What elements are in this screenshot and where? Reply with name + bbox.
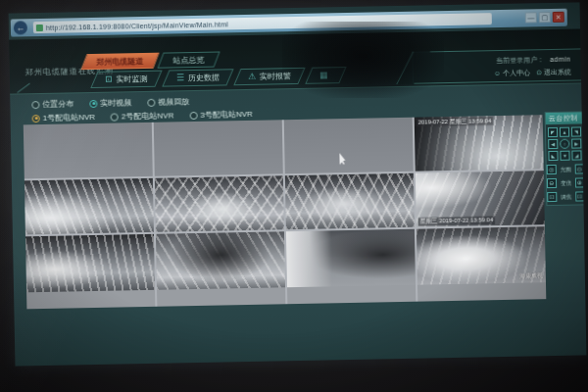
camera-osd-timestamp: 星期三 2019-07-22 13:59:04 bbox=[418, 217, 495, 226]
camera-cell-3-2[interactable] bbox=[156, 231, 285, 307]
radio-live-video[interactable]: 实时视频 bbox=[89, 97, 131, 109]
radio-icon-selected bbox=[32, 115, 40, 122]
iris-label: 光圈 bbox=[560, 166, 571, 173]
camera-cell-1-3[interactable] bbox=[284, 118, 414, 174]
letterbox-filler bbox=[287, 285, 416, 305]
camera-cell-3-4[interactable]: 海康威视 bbox=[416, 226, 546, 302]
camera-feed bbox=[156, 231, 285, 290]
menu-row: ⊡ 实时监测 ☰ 历史数据 ⚠ 实时报警 bbox=[94, 67, 342, 88]
user-panel: 当前登录用户： admin ☺ 个人中心 ⊙ 退出系统 bbox=[412, 48, 581, 83]
menu-item-realtime-alarm[interactable]: ⚠ 实时报警 bbox=[233, 68, 305, 85]
iris-minus-button[interactable]: ◎ bbox=[547, 165, 557, 174]
camera-feed bbox=[285, 173, 415, 230]
camera-cell-2-1[interactable] bbox=[24, 178, 154, 235]
user-panel-slant bbox=[396, 51, 430, 84]
logout-link[interactable]: ⊙ 退出系统 bbox=[536, 67, 571, 77]
focus-plus-button[interactable]: ⊡ bbox=[575, 191, 585, 201]
menu-item-devices[interactable]: ▦ bbox=[305, 67, 346, 84]
camera-cell-2-4[interactable]: 星期三 2019-07-22 13:59:04 bbox=[416, 171, 545, 227]
radio-nvr-2[interactable]: 2号配电站NVR bbox=[111, 110, 174, 122]
camera-feed bbox=[286, 229, 416, 288]
ptz-center-button[interactable]: ○ bbox=[560, 139, 569, 149]
ptz-panel-title: 云台控制 bbox=[546, 112, 583, 124]
ptz-right-button[interactable]: ▶ bbox=[571, 138, 581, 148]
camera-feed: 星期三 2019-07-22 13:59:04 bbox=[416, 171, 545, 227]
ptz-left-button[interactable]: ◀ bbox=[548, 139, 558, 149]
tab-tunnel[interactable]: 郑州电缆隧道 bbox=[80, 53, 159, 71]
camera-cell-3-3[interactable] bbox=[286, 229, 416, 305]
minimize-button[interactable]: — bbox=[525, 12, 537, 23]
camera-feed: 2019-07-22 星期三 13:59:04 bbox=[415, 115, 544, 172]
zoom-out-button[interactable]: ⊖ bbox=[547, 178, 557, 188]
power-icon: ⊙ bbox=[536, 69, 542, 76]
radio-nvr-3[interactable]: 3号配电站NVR bbox=[189, 109, 253, 121]
history-icon: ☰ bbox=[175, 74, 183, 82]
ptz-up-button[interactable]: ▲ bbox=[560, 127, 569, 137]
radio-icon bbox=[189, 111, 197, 119]
alarm-beacon-icon: ⚠ bbox=[247, 73, 255, 81]
radio-nvr-1[interactable]: 1号配电站NVR bbox=[32, 112, 96, 123]
camera-cell-1-4[interactable]: 2019-07-22 星期三 13:59:04 bbox=[415, 115, 544, 172]
ptz-focus-row: ⊡ 调焦 ⊡ bbox=[547, 190, 584, 205]
ptz-control-panel: 云台控制 ◤ ▲ ◥ ◀ ○ ▶ ◣ ▼ ◢ ◎ 光圈 ◎ bbox=[545, 111, 586, 206]
camera-osd-timestamp: 2019-07-22 星期三 13:59:04 bbox=[416, 117, 493, 126]
camera-feed bbox=[155, 175, 284, 232]
ptz-down-button[interactable]: ▼ bbox=[560, 151, 569, 161]
ptz-down-right-button[interactable]: ◢ bbox=[571, 150, 581, 160]
profile-link[interactable]: ☺ 个人中心 bbox=[494, 68, 530, 78]
device-grid-icon: ▦ bbox=[318, 71, 327, 79]
letterbox-filler bbox=[157, 287, 285, 307]
ptz-zoom-row: ⊖ 变倍 ⊕ bbox=[547, 176, 584, 191]
monitor-screen: ← http://192.168.1.199:8080/Client/jsp/M… bbox=[9, 2, 587, 366]
app-window: 郑州电缆隧道在线监测 郑州电缆隧道 站点总览 ⊡ 实时监测 bbox=[9, 28, 586, 366]
radio-location-map[interactable]: 位置分布 bbox=[31, 98, 74, 110]
ptz-down-left-button[interactable]: ◣ bbox=[548, 151, 558, 161]
monitor-icon: ⊡ bbox=[105, 75, 113, 84]
ptz-iris-row: ◎ 光圈 ◎ bbox=[547, 163, 584, 177]
camera-cell-2-2[interactable] bbox=[155, 175, 284, 232]
focus-minus-button[interactable]: ⊡ bbox=[547, 192, 557, 202]
no-signal-feed bbox=[154, 120, 283, 176]
username: admin bbox=[550, 56, 571, 63]
camera-feed bbox=[24, 178, 154, 235]
no-signal-feed bbox=[284, 118, 414, 174]
letterbox-filler bbox=[417, 282, 546, 302]
radio-icon bbox=[111, 113, 119, 121]
menu-item-history-data[interactable]: ☰ 历史数据 bbox=[162, 69, 233, 86]
page-favicon bbox=[36, 24, 43, 30]
camera-cell-3-1[interactable] bbox=[25, 234, 155, 310]
letterbox-filler bbox=[26, 290, 155, 310]
focus-label: 调焦 bbox=[560, 193, 571, 201]
camera-feed bbox=[25, 234, 155, 293]
back-button[interactable]: ← bbox=[14, 21, 27, 34]
radio-icon-selected bbox=[89, 99, 97, 107]
menu-item-realtime-monitor[interactable]: ⊡ 实时监测 bbox=[90, 71, 162, 88]
ptz-up-left-button[interactable]: ◤ bbox=[548, 127, 558, 137]
window-controls: — ▢ ✕ bbox=[525, 12, 564, 24]
ptz-direction-pad: ◤ ▲ ◥ ◀ ○ ▶ ◣ ▼ ◢ bbox=[546, 123, 584, 164]
no-signal-feed bbox=[24, 122, 153, 179]
tab-site-overview[interactable]: 站点总览 bbox=[157, 51, 220, 68]
view-mode-radios: 位置分布 实时视频 视频回放 bbox=[31, 96, 189, 110]
login-user-label: 当前登录用户： bbox=[496, 55, 544, 66]
app-header: 郑州电缆隧道在线监测 郑州电缆隧道 站点总览 ⊡ 实时监测 bbox=[9, 28, 581, 94]
camera-feed: 海康威视 bbox=[416, 226, 546, 285]
camera-cell-1-1[interactable] bbox=[24, 122, 153, 179]
maximize-button[interactable]: ▢ bbox=[539, 12, 551, 23]
url-field[interactable]: http://192.168.1.199:8080/Client/jsp/Mai… bbox=[33, 13, 492, 33]
camera-cell-2-3[interactable] bbox=[285, 173, 415, 230]
radio-video-playback[interactable]: 视频回放 bbox=[147, 96, 189, 108]
url-text: http://192.168.1.199:8080/Client/jsp/Mai… bbox=[46, 21, 228, 31]
close-button[interactable]: ✕ bbox=[553, 12, 564, 23]
person-icon: ☺ bbox=[494, 70, 501, 76]
radio-icon bbox=[31, 101, 39, 109]
zoom-label: 变倍 bbox=[560, 179, 571, 187]
header-decoration-line bbox=[17, 83, 30, 93]
camera-grid: 2019-07-22 星期三 13:59:04 星期三 2019-07-22 1… bbox=[24, 115, 547, 309]
main-tabs: 郑州电缆隧道 站点总览 bbox=[83, 52, 217, 71]
zoom-in-button[interactable]: ⊕ bbox=[574, 177, 584, 187]
camera-cell-1-2[interactable] bbox=[154, 120, 283, 176]
iris-plus-button[interactable]: ◎ bbox=[574, 164, 584, 173]
ptz-up-right-button[interactable]: ◥ bbox=[571, 126, 581, 136]
photo-of-monitor: ← http://192.168.1.199:8080/Client/jsp/M… bbox=[0, 0, 588, 392]
